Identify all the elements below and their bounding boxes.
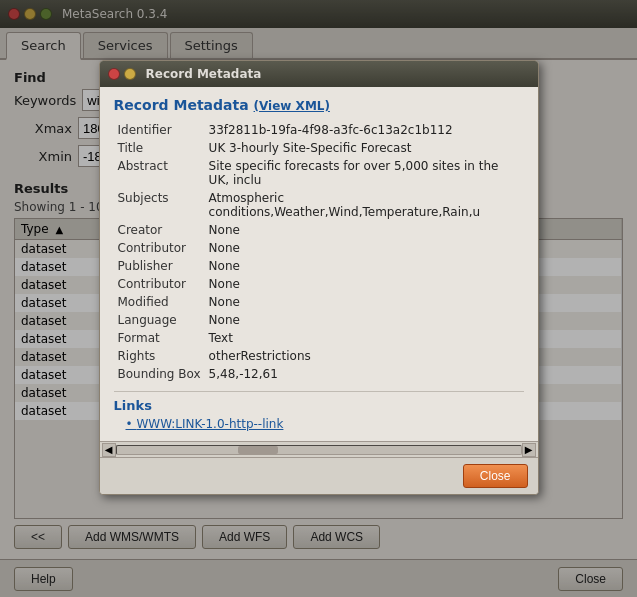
list-item[interactable]: WWW:LINK-1.0-http--link <box>126 417 524 431</box>
modal-titlebar: Record Metadata <box>100 61 538 87</box>
meta-value: None <box>205 311 524 329</box>
metadata-row: Identifier33f2811b-19fa-4f98-a3fc-6c13a2… <box>114 121 524 139</box>
modal-title: Record Metadata <box>146 67 262 81</box>
metadata-row: FormatText <box>114 329 524 347</box>
metadata-row: PublisherNone <box>114 257 524 275</box>
meta-label: Abstract <box>114 157 205 189</box>
metadata-row: ContributorNone <box>114 275 524 293</box>
meta-value: Atmospheric conditions,Weather,Wind,Temp… <box>205 189 524 221</box>
modal-footer: Close <box>100 457 538 494</box>
meta-value: Text <box>205 329 524 347</box>
meta-label: Title <box>114 139 205 157</box>
modal-close-btn[interactable] <box>108 68 120 80</box>
view-xml-label[interactable]: (View XML) <box>254 99 330 113</box>
metadata-row: SubjectsAtmospheric conditions,Weather,W… <box>114 189 524 221</box>
meta-value: UK 3-hourly Site-Specific Forecast <box>205 139 524 157</box>
meta-label: Language <box>114 311 205 329</box>
meta-value: None <box>205 221 524 239</box>
metadata-row: CreatorNone <box>114 221 524 239</box>
meta-value: Site specific forecasts for over 5,000 s… <box>205 157 524 189</box>
metadata-row: ContributorNone <box>114 239 524 257</box>
meta-value: otherRestrictions <box>205 347 524 365</box>
modal-dialog: Record Metadata Record Metadata (View XM… <box>99 60 539 495</box>
metadata-table: Identifier33f2811b-19fa-4f98-a3fc-6c13a2… <box>114 121 524 383</box>
links-section: Links WWW:LINK-1.0-http--link <box>114 391 524 431</box>
meta-value: None <box>205 257 524 275</box>
meta-value: None <box>205 293 524 311</box>
scrollbar-thumb[interactable] <box>238 446 278 454</box>
modal-scrollbar[interactable]: ◀ ▶ <box>100 441 538 457</box>
scrollbar-track[interactable] <box>116 445 522 455</box>
modal-close-button[interactable]: Close <box>463 464 528 488</box>
metadata-row: LanguageNone <box>114 311 524 329</box>
metadata-row: Bounding Box5,48,-12,61 <box>114 365 524 383</box>
meta-label: Modified <box>114 293 205 311</box>
modal-heading: Record Metadata (View XML) <box>114 97 524 113</box>
meta-value: 33f2811b-19fa-4f98-a3fc-6c13a2c1b112 <box>205 121 524 139</box>
meta-label: Contributor <box>114 275 205 293</box>
meta-label: Creator <box>114 221 205 239</box>
meta-value: 5,48,-12,61 <box>205 365 524 383</box>
metadata-row: TitleUK 3-hourly Site-Specific Forecast <box>114 139 524 157</box>
meta-value: None <box>205 275 524 293</box>
meta-label: Rights <box>114 347 205 365</box>
modal-min-btn[interactable] <box>124 68 136 80</box>
metadata-row: ModifiedNone <box>114 293 524 311</box>
meta-label: Format <box>114 329 205 347</box>
meta-label: Contributor <box>114 239 205 257</box>
metadata-row: AbstractSite specific forecasts for over… <box>114 157 524 189</box>
metadata-row: RightsotherRestrictions <box>114 347 524 365</box>
modal-titlebar-buttons <box>108 68 136 80</box>
meta-label: Publisher <box>114 257 205 275</box>
meta-label: Identifier <box>114 121 205 139</box>
modal-overlay: Record Metadata Record Metadata (View XM… <box>0 0 637 597</box>
meta-label: Bounding Box <box>114 365 205 383</box>
meta-value: None <box>205 239 524 257</box>
scroll-right-icon[interactable]: ▶ <box>522 443 536 457</box>
modal-content: Record Metadata (View XML) Identifier33f… <box>100 87 538 441</box>
links-title: Links <box>114 391 524 413</box>
scroll-left-icon[interactable]: ◀ <box>102 443 116 457</box>
meta-label: Subjects <box>114 189 205 221</box>
